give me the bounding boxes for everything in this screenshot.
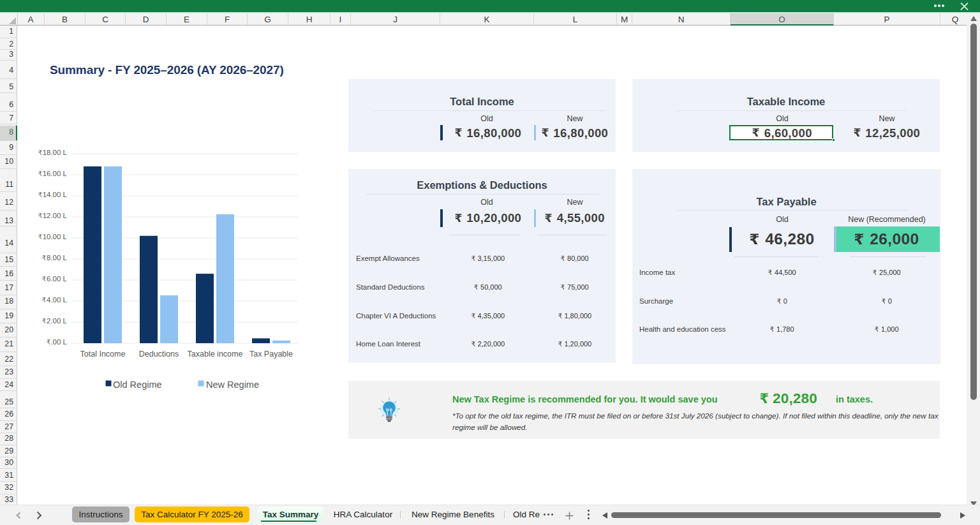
svg-text:Taxable income: Taxable income bbox=[188, 350, 243, 359]
svg-text:Old Regime: Old Regime bbox=[113, 380, 162, 390]
svg-text:Total Income: Total Income bbox=[80, 350, 126, 359]
svg-text:New Regime: New Regime bbox=[206, 380, 259, 390]
svg-text:Deductions: Deductions bbox=[139, 350, 179, 359]
svg-text:Tax Payable: Tax Payable bbox=[249, 350, 293, 359]
